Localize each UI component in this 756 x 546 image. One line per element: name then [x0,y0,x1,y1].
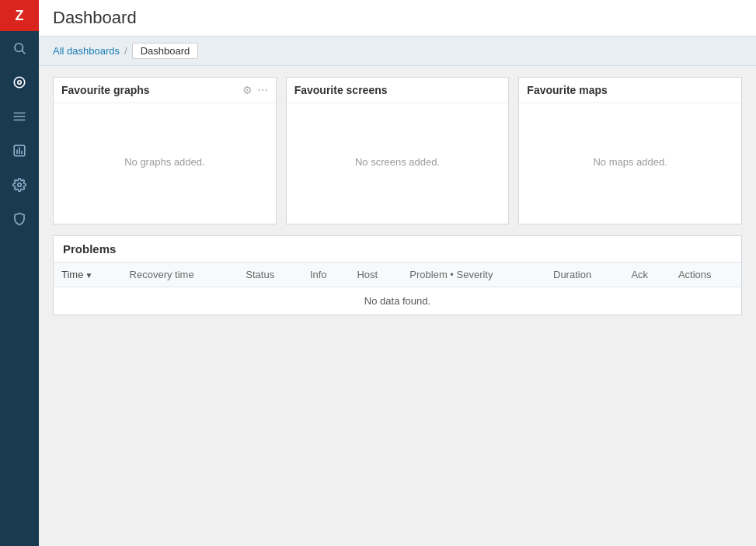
sidebar: Z [0,0,39,546]
sort-arrow-time: ▼ [85,271,92,280]
favourite-panels-row: Favourite graphs ⚙ ⋯ No graphs added. Fa… [53,77,742,224]
breadcrumb: All dashboards / Dashboard [39,37,756,66]
breadcrumb-separator: / [124,45,127,57]
col-time[interactable]: Time▼ [54,263,122,287]
reports-icon[interactable] [0,134,39,168]
favourite-graphs-panel: Favourite graphs ⚙ ⋯ No graphs added. [53,77,277,224]
favourite-maps-title: Favourite maps [527,84,607,96]
col-problem-severity: Problem • Severity [402,263,545,287]
admin-icon[interactable] [0,202,39,236]
svg-point-11 [18,183,22,187]
favourite-screens-header: Favourite screens [287,78,509,103]
breadcrumb-all-dashboards[interactable]: All dashboards [53,45,120,57]
page-title: Dashboard [53,8,137,28]
page-header: Dashboard [39,0,756,37]
favourite-maps-empty: No maps added. [593,156,667,168]
problems-header: Problems [54,236,741,263]
favourite-screens-empty: No screens added. [355,156,440,168]
problems-no-data: No data found. [54,287,741,315]
configuration-icon[interactable] [0,168,39,202]
svg-point-2 [14,77,25,88]
col-recovery-time: Recovery time [122,263,239,287]
favourite-graphs-title: Favourite graphs [61,84,150,96]
problems-table-header-row: Time▼ Recovery time Status Info Host Pro… [54,263,741,287]
favourite-graphs-body: No graphs added. [54,103,276,220]
search-icon[interactable] [0,31,39,65]
favourite-maps-header: Favourite maps [519,78,741,103]
favourite-screens-body: No screens added. [287,103,509,220]
favourite-maps-panel: Favourite maps No maps added. [518,77,742,224]
monitoring-icon[interactable] [0,65,39,99]
problems-section: Problems Time▼ Recovery time Status Info… [53,235,742,315]
problems-empty-row: No data found. [54,287,741,315]
col-status: Status [238,263,302,287]
col-ack: Ack [623,263,671,287]
favourite-graphs-empty: No graphs added. [124,156,204,168]
favourite-screens-panel: Favourite screens No screens added. [286,77,510,224]
favourite-maps-body: No maps added. [519,103,741,220]
col-host: Host [349,263,402,287]
settings-icon[interactable]: ⚙ [242,84,253,96]
content-area: Favourite graphs ⚙ ⋯ No graphs added. Fa… [39,66,756,546]
main-area: Dashboard All dashboards / Dashboard Fav… [39,0,756,546]
more-icon[interactable]: ⋯ [257,84,268,96]
favourite-graphs-controls: ⚙ ⋯ [242,84,268,96]
app-logo[interactable]: Z [0,0,39,31]
inventory-icon[interactable] [0,99,39,134]
col-duration: Duration [545,263,623,287]
breadcrumb-current: Dashboard [132,43,199,59]
col-actions: Actions [671,263,741,287]
favourite-graphs-header: Favourite graphs ⚙ ⋯ [54,78,276,103]
svg-point-3 [18,81,22,85]
col-info: Info [302,263,350,287]
favourite-screens-title: Favourite screens [294,84,388,96]
problems-table: Time▼ Recovery time Status Info Host Pro… [54,263,741,315]
svg-line-1 [22,50,24,53]
problems-title: Problems [63,242,116,256]
